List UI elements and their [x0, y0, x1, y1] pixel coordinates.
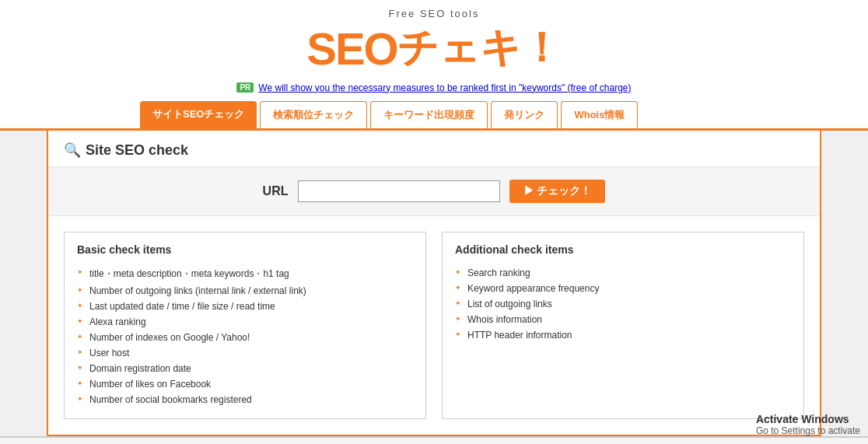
- logo-cheki: チェキ！: [397, 21, 562, 75]
- url-label: URL: [263, 184, 289, 198]
- list-item: Alexa ranking: [77, 314, 413, 330]
- list-item: Number of social bookmarks registered: [77, 392, 413, 407]
- nav-bar: サイトSEOチェック検索順位チェックキーワード出現頻度発リンクWhois情報: [0, 101, 868, 131]
- list-item: Number of likes on Facebook: [77, 376, 413, 392]
- windows-activate: Activate Windows Go to Settings to activ…: [756, 413, 860, 436]
- list-item: Search ranking: [455, 265, 791, 281]
- nav-item[interactable]: Whois情報: [561, 101, 638, 128]
- list-item: Last updated date / time / file size / r…: [77, 299, 413, 314]
- list-item: Whois information: [455, 312, 791, 327]
- nav-item[interactable]: キーワード出現頻度: [370, 101, 488, 128]
- pr-banner[interactable]: PR We will show you the necessary measur…: [236, 82, 631, 93]
- list-item: title・meta description・meta keywords・h1 …: [77, 265, 413, 283]
- logo-seo: SEO: [306, 23, 397, 75]
- activate-title: Activate Windows: [756, 413, 860, 425]
- nav-item[interactable]: サイトSEOチェック: [140, 101, 257, 128]
- basic-title: Basic check items: [77, 243, 413, 256]
- search-icon: 🔍: [64, 142, 81, 158]
- list-item: Domain registration date: [77, 361, 413, 376]
- activate-subtitle: Go to Settings to activate: [756, 425, 860, 436]
- check-button[interactable]: ▶ チェック！: [509, 180, 606, 203]
- main-content: 🔍Site SEO check URL ▶ チェック！ Basic check …: [47, 131, 821, 436]
- section-title: 🔍Site SEO check: [48, 131, 820, 167]
- list-item: Keyword appearance frequency: [455, 281, 791, 296]
- header: Free SEO tools SEO チェキ！ PR We will show …: [0, 0, 868, 101]
- additional-title: Additional check items: [455, 243, 791, 256]
- free-seo-label: Free SEO tools: [0, 8, 868, 19]
- list-item: Number of outgoing links (internal link …: [77, 283, 413, 299]
- nav-item[interactable]: 検索順位チェック: [260, 101, 367, 128]
- nav-item[interactable]: 発リンク: [491, 101, 558, 128]
- list-item: List of outgoing links: [455, 296, 791, 312]
- additional-check-box: Additional check items Search rankingKey…: [442, 232, 804, 419]
- site-seo-title-text: Site SEO check: [86, 142, 188, 158]
- url-area: URL ▶ チェック！: [48, 167, 820, 216]
- footer-links: Outgoing link checkWhois informationHTTP…: [0, 436, 868, 445]
- pr-badge: PR: [236, 82, 254, 93]
- check-items-area: Basic check items title・meta description…: [48, 216, 820, 435]
- additional-list: Search rankingKeyword appearance frequen…: [455, 265, 791, 343]
- url-input[interactable]: [298, 180, 500, 202]
- list-item: User host: [77, 345, 413, 361]
- list-item: Number of indexes on Google / Yahoo!: [77, 330, 413, 345]
- pr-text[interactable]: We will show you the necessary measures …: [258, 82, 631, 93]
- basic-list: title・meta description・meta keywords・h1 …: [77, 265, 413, 407]
- logo: SEO チェキ！: [0, 21, 868, 75]
- basic-check-box: Basic check items title・meta description…: [64, 232, 426, 419]
- list-item: HTTP header information: [455, 327, 791, 343]
